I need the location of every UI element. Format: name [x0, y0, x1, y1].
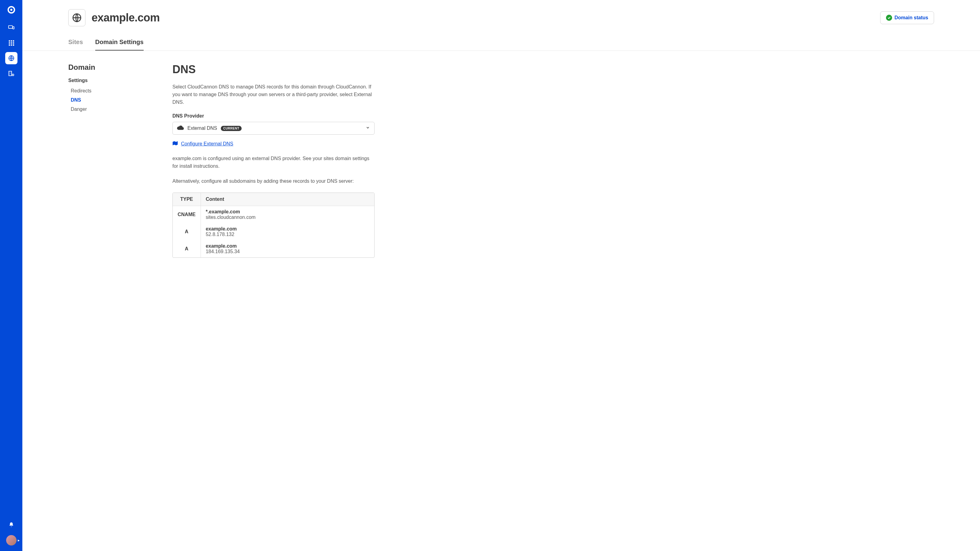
svg-rect-8 — [11, 42, 12, 43]
chevron-down-icon — [366, 125, 370, 131]
notifications-icon[interactable] — [5, 519, 18, 531]
svg-rect-9 — [13, 42, 14, 43]
table-row: A example.com 52.8.178.132 — [173, 223, 374, 240]
dns-records-table: TYPE Content CNAME *.example.com sites.c… — [172, 192, 375, 258]
record-name: example.com — [206, 226, 369, 232]
record-value: 52.8.178.132 — [206, 232, 369, 237]
svg-rect-5 — [11, 40, 12, 41]
app-logo — [5, 4, 18, 16]
sidebar: ▶ — [0, 0, 22, 551]
settings-section-label: Settings — [68, 78, 148, 83]
svg-rect-3 — [13, 27, 14, 29]
table-header-type: TYPE — [173, 193, 201, 206]
devices-icon[interactable] — [5, 21, 18, 34]
svg-rect-4 — [9, 40, 10, 41]
domain-status-label: Domain status — [894, 15, 928, 21]
record-type: CNAME — [173, 206, 201, 223]
svg-rect-7 — [9, 42, 10, 43]
svg-rect-14 — [9, 71, 11, 76]
content-panel: DNS Select CloudCannon DNS to manage DNS… — [160, 63, 381, 539]
svg-point-15 — [12, 74, 14, 76]
record-name: *.example.com — [206, 209, 369, 214]
svg-point-1 — [10, 9, 12, 11]
record-value: sites.cloudcannon.com — [206, 214, 369, 220]
record-value: 184.169.135.34 — [206, 249, 369, 254]
globe-icon[interactable] — [5, 52, 18, 64]
check-circle-icon — [886, 15, 892, 21]
svg-rect-12 — [13, 44, 14, 46]
current-badge: CURRENT — [221, 126, 242, 131]
content-title: DNS — [172, 63, 375, 76]
building-gear-icon[interactable] — [5, 67, 18, 79]
svg-rect-11 — [11, 44, 12, 46]
settings-sidebar: Domain Settings Redirects DNS Danger — [68, 63, 148, 539]
dns-provider-label: DNS Provider — [172, 113, 375, 119]
table-row: A example.com 184.169.135.34 — [173, 240, 374, 257]
map-icon — [172, 141, 178, 147]
dns-description: Select CloudCannon DNS to manage DNS rec… — [172, 83, 375, 106]
sidebar-item-danger[interactable]: Danger — [68, 105, 148, 114]
tab-domain-settings[interactable]: Domain Settings — [95, 38, 144, 51]
svg-rect-10 — [9, 44, 10, 46]
tab-sites[interactable]: Sites — [68, 38, 83, 51]
cloud-icon — [177, 125, 184, 131]
svg-rect-2 — [8, 26, 12, 29]
record-type: A — [173, 223, 201, 240]
dns-info-2: Alternatively, configure all subdomains … — [172, 178, 375, 185]
configure-external-dns-link[interactable]: Configure External DNS — [172, 141, 375, 147]
sidebar-item-dns[interactable]: DNS — [68, 95, 148, 105]
page-title: example.com — [92, 11, 160, 24]
svg-rect-6 — [13, 40, 14, 41]
dns-provider-select[interactable]: External DNS CURRENT — [172, 122, 375, 135]
dns-provider-value: External DNS — [188, 125, 217, 131]
caret-right-icon: ▶ — [18, 539, 20, 542]
configure-link-text[interactable]: Configure External DNS — [181, 141, 233, 147]
page-header: example.com Domain status Sites Domain S… — [22, 0, 980, 51]
domain-globe-icon — [68, 9, 86, 26]
table-row: CNAME *.example.com sites.cloudcannon.co… — [173, 206, 374, 223]
domain-status-button[interactable]: Domain status — [880, 11, 934, 24]
tabs: Sites Domain Settings — [68, 38, 934, 51]
table-header-content: Content — [201, 193, 374, 206]
record-name: example.com — [206, 243, 369, 249]
grid-icon[interactable] — [5, 37, 18, 49]
settings-heading: Domain — [68, 63, 148, 71]
user-avatar[interactable]: ▶ — [6, 535, 16, 546]
dns-info-1: example.com is configured using an exter… — [172, 155, 375, 170]
record-type: A — [173, 240, 201, 257]
sidebar-item-redirects[interactable]: Redirects — [68, 86, 148, 95]
